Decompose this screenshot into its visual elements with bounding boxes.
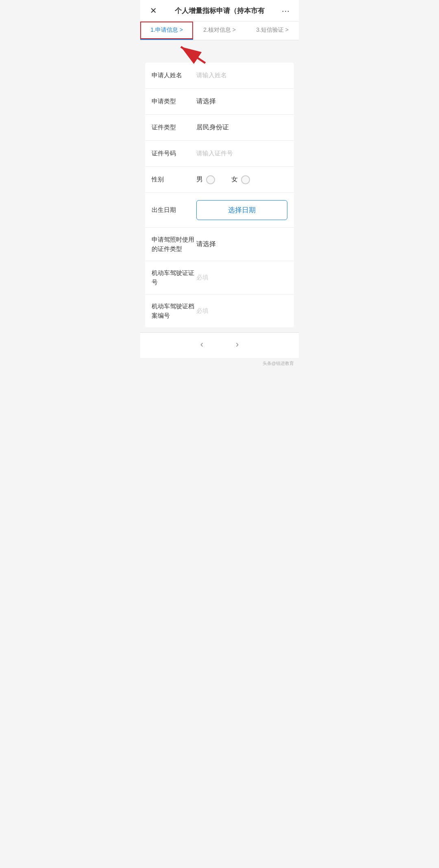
- form-row-license-id-type: 申请驾照时使用的证件类型 请选择: [145, 228, 294, 261]
- select-license-id-type[interactable]: 请选择: [196, 240, 287, 249]
- input-id-number[interactable]: 请输入证件号: [196, 150, 287, 157]
- input-driver-license-archive[interactable]: 必填: [196, 307, 287, 315]
- form-row-birthdate: 出生日期 选择日期: [145, 193, 294, 228]
- input-driver-license-no[interactable]: 必填: [196, 274, 287, 281]
- form-row-application-type: 申请类型 请选择: [145, 89, 294, 115]
- label-gender: 性别: [152, 175, 196, 184]
- application-form: 申请人姓名 请输入姓名 申请类型 请选择 证件类型 居民身份证 证件号码 请输入…: [145, 63, 294, 327]
- label-birthdate: 出生日期: [152, 205, 196, 215]
- watermark: 头条@锐进教育: [140, 358, 299, 369]
- page-title: 个人增量指标申请（持本市有: [159, 6, 280, 15]
- form-row-applicant-name: 申请人姓名 请输入姓名: [145, 63, 294, 89]
- app-header: ✕ 个人增量指标申请（持本市有 ···: [140, 0, 299, 22]
- close-button[interactable]: ✕: [148, 6, 159, 15]
- form-row-id-number: 证件号码 请输入证件号: [145, 141, 294, 167]
- form-row-driver-license-no: 机动车驾驶证证号 必填: [145, 261, 294, 294]
- radio-male-label: 男: [196, 175, 203, 184]
- tab-step-1[interactable]: 1.申请信息 >: [140, 22, 193, 40]
- radio-female-circle[interactable]: [241, 175, 250, 184]
- annotation-arrow: [173, 44, 209, 66]
- label-id-type: 证件类型: [152, 123, 196, 132]
- form-row-id-type: 证件类型 居民身份证: [145, 115, 294, 141]
- label-driver-license-no: 机动车驾驶证证号: [152, 268, 196, 287]
- radio-male[interactable]: 男: [196, 175, 215, 184]
- more-button[interactable]: ···: [280, 6, 291, 15]
- svg-line-1: [181, 47, 205, 63]
- steps-tabs: 1.申请信息 > 2.核对信息 > 3.短信验证 >: [140, 22, 299, 40]
- birthdate-picker-button[interactable]: 选择日期: [196, 200, 287, 220]
- radio-male-circle[interactable]: [206, 175, 215, 184]
- bottom-navigation: ‹ ›: [140, 332, 299, 358]
- label-driver-license-archive: 机动车驾驶证档案编号: [152, 302, 196, 320]
- forward-nav-button[interactable]: ›: [236, 339, 239, 350]
- gender-radio-group: 男 女: [196, 175, 287, 184]
- annotation-layer: [140, 40, 299, 63]
- tab-step-2[interactable]: 2.核对信息 >: [193, 22, 246, 40]
- input-applicant-name[interactable]: 请输入姓名: [196, 72, 287, 79]
- form-row-gender: 性别 男 女: [145, 167, 294, 193]
- label-license-id-type: 申请驾照时使用的证件类型: [152, 235, 196, 253]
- label-application-type: 申请类型: [152, 97, 196, 106]
- radio-female[interactable]: 女: [231, 175, 250, 184]
- tab-step-3[interactable]: 3.短信验证 >: [246, 22, 299, 40]
- select-application-type[interactable]: 请选择: [196, 97, 287, 106]
- back-nav-button[interactable]: ‹: [200, 339, 203, 350]
- value-id-type: 居民身份证: [196, 123, 287, 132]
- label-applicant-name: 申请人姓名: [152, 71, 196, 80]
- radio-female-label: 女: [231, 175, 238, 184]
- label-id-number: 证件号码: [152, 149, 196, 158]
- form-row-driver-license-archive: 机动车驾驶证档案编号 必填: [145, 294, 294, 327]
- arrow-svg: [173, 44, 209, 65]
